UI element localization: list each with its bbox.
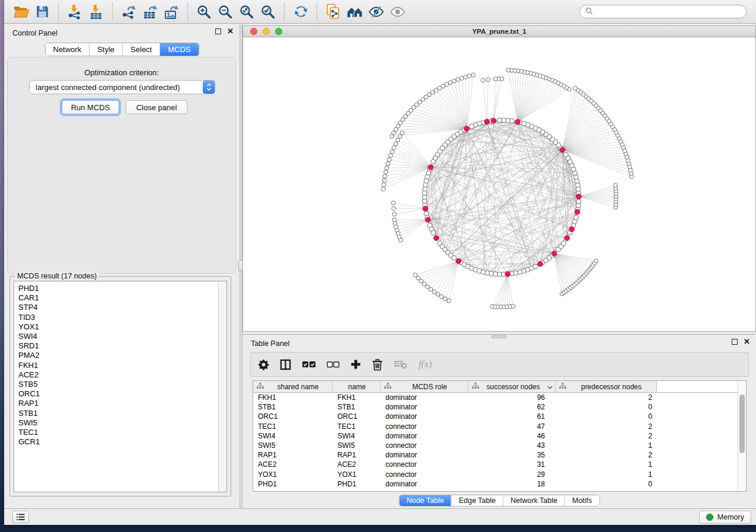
table-scrollbar-thumb[interactable] [739, 395, 745, 453]
column-header-successor-nodes[interactable]: successor nodes [468, 381, 556, 392]
table-row[interactable]: TEC1TEC1connector472 [253, 422, 738, 431]
cell: 96 [468, 393, 556, 402]
new-network-from-selection-icon[interactable] [323, 2, 344, 21]
column-header-name[interactable]: name [333, 381, 381, 392]
import-table-icon[interactable] [85, 2, 107, 21]
show-all-icon[interactable] [387, 2, 408, 21]
mcds-result-item[interactable]: ORC1 [18, 389, 215, 399]
table-row[interactable]: PHD1PHD1dominator180 [253, 479, 738, 489]
table-header-row: shared namenameMCDS rolesuccessor nodesp… [253, 381, 738, 393]
mcds-result-item[interactable]: SWI4 [18, 332, 215, 341]
mcds-result-item[interactable]: GCR1 [18, 437, 215, 447]
optimization-select-value: largest connected component (undirected) [30, 83, 203, 92]
mcds-result-item[interactable]: FKH1 [18, 361, 215, 370]
table-scrollbar[interactable] [738, 381, 746, 491]
first-neighbors-icon[interactable] [344, 2, 365, 21]
mcds-result-item[interactable]: STB5 [18, 380, 215, 389]
tab-select[interactable]: Select [122, 43, 160, 56]
task-history-button[interactable] [12, 511, 29, 523]
mcds-result-item[interactable]: SWI5 [18, 418, 215, 428]
sort-icon [547, 383, 553, 391]
svg-text:f(x): f(x) [419, 359, 432, 370]
table-row[interactable]: ORC1ORC1dominator610 [253, 412, 738, 421]
network-canvas[interactable] [243, 37, 755, 331]
export-network-icon[interactable] [118, 2, 139, 21]
cell: 0 [556, 412, 657, 421]
table-tab-edge-table[interactable]: Edge Table [451, 495, 503, 506]
import-network-icon[interactable] [64, 2, 85, 21]
table-row[interactable]: RAP1RAP1dominator352 [253, 450, 738, 460]
table-tab-node-table[interactable]: Node Table [400, 495, 451, 506]
table-row[interactable]: STB1STB1dominator620 [253, 402, 738, 412]
mcds-result-item[interactable]: TEC1 [18, 428, 215, 437]
cell: dominator [381, 480, 468, 488]
table-body: FKH1FKH1dominator962STB1STB1dominator620… [253, 393, 738, 491]
toolbar-icon-group [10, 2, 408, 21]
mcds-result-item[interactable]: SRD1 [18, 341, 215, 351]
mcds-result-item[interactable]: TID3 [18, 313, 215, 322]
close-table-panel-icon[interactable]: ✕ [744, 339, 750, 345]
table-row[interactable]: YOX1YOX1connector291 [253, 470, 738, 479]
table-tab-network-table[interactable]: Network Table [503, 495, 564, 506]
zoom-in-icon[interactable] [193, 2, 215, 21]
table-row[interactable]: ACE2ACE2connector311 [253, 460, 738, 469]
network-window-titlebar: YPA_prune.txt_1 [243, 26, 755, 37]
mcds-result-item[interactable]: PMA2 [18, 351, 215, 360]
mcds-result-item[interactable]: STB1 [18, 409, 215, 418]
float-window-icon[interactable] [215, 28, 221, 34]
run-mcds-button[interactable]: Run MCDS [62, 100, 119, 114]
export-table-icon[interactable] [139, 2, 161, 21]
control-panel-title: Control Panel [12, 29, 58, 37]
toolbar-separator [58, 3, 59, 21]
cell: 35 [468, 451, 556, 459]
export-image-icon[interactable] [161, 2, 182, 21]
close-panel-button[interactable]: Close panel [126, 100, 187, 114]
add-column-icon[interactable] [350, 359, 361, 370]
float-table-panel-icon[interactable] [732, 339, 738, 345]
optimization-select[interactable]: largest connected component (undirected) [29, 80, 215, 94]
zoom-fit-icon[interactable] [236, 2, 257, 21]
table-options-icon[interactable] [258, 359, 269, 370]
cell: STB1 [253, 403, 333, 411]
select-all-icon[interactable] [302, 360, 316, 368]
mcds-result-item[interactable]: STP4 [18, 303, 215, 312]
show-columns-icon[interactable] [280, 359, 291, 370]
hide-selected-icon[interactable] [365, 2, 387, 21]
cell: FKH1 [253, 393, 333, 402]
column-header-MCDS-role[interactable]: MCDS role [381, 381, 468, 392]
table-tab-motifs[interactable]: Motifs [564, 495, 599, 506]
tab-style[interactable]: Style [89, 43, 122, 56]
save-session-icon[interactable] [31, 2, 53, 21]
cell: ACE2 [253, 460, 333, 469]
zoom-out-icon[interactable] [215, 2, 236, 21]
table-panel-resize-handle[interactable] [492, 335, 507, 338]
open-session-icon[interactable] [10, 2, 31, 21]
column-header-shared-name[interactable]: shared name [253, 381, 333, 392]
mcds-list-scrollbar[interactable] [218, 281, 227, 492]
mcds-result-item[interactable]: YOX1 [18, 322, 215, 332]
cell: 62 [468, 403, 556, 411]
search-input[interactable] [596, 7, 741, 17]
table-row[interactable]: SWI4SWI4dominator462 [253, 431, 738, 441]
tab-mcds[interactable]: MCDS [160, 43, 198, 56]
mcds-result-item[interactable]: PHD1 [18, 284, 215, 293]
memory-button[interactable]: Memory [699, 511, 751, 524]
table-panel-tabs: Node TableEdge TableNetwork TableMotifs [399, 495, 600, 507]
cell: YOX1 [253, 470, 333, 479]
zoom-selected-icon[interactable] [257, 2, 279, 21]
mcds-result-list: PHD1CAR1STP4TID3YOX1SWI4SRD1PMA2FKH1ACE2… [14, 281, 227, 492]
close-panel-icon[interactable]: ✕ [227, 28, 234, 34]
cell: TEC1 [253, 422, 333, 431]
column-header-predecessor-nodes[interactable]: predecessor nodes [556, 381, 657, 392]
search-box[interactable] [579, 5, 747, 18]
table-row[interactable]: FKH1FKH1dominator962 [253, 393, 738, 402]
deselect-all-icon[interactable] [327, 361, 340, 368]
delete-columns-icon[interactable] [372, 358, 383, 371]
mcds-result-item[interactable]: RAP1 [18, 399, 215, 408]
refresh-icon[interactable] [290, 2, 311, 21]
mcds-result-item[interactable]: CAR1 [18, 293, 215, 303]
toolbar-separator [317, 3, 317, 21]
table-row[interactable]: SWI5SWI5connector431 [253, 441, 738, 450]
mcds-result-item[interactable]: ACE2 [18, 370, 215, 380]
tab-network[interactable]: Network [45, 43, 89, 56]
